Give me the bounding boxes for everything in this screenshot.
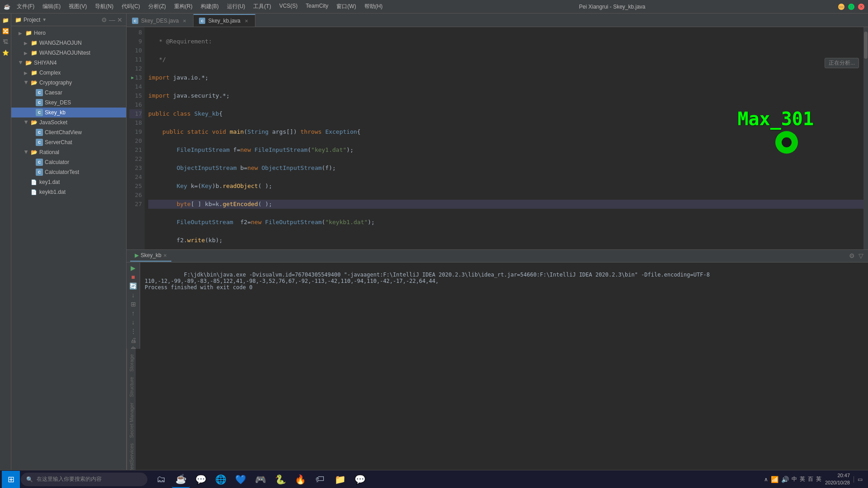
dat-file-icon: 📄 (30, 188, 38, 196)
vcs-icon[interactable]: 🔀 (0, 26, 10, 36)
tree-item-caesar[interactable]: ▶ C Caesar (11, 88, 126, 98)
menu-navigate[interactable]: 导航(N) (91, 2, 117, 11)
run-trash-icon[interactable]: 🗑 (128, 346, 138, 349)
tree-item-wangzhaojun[interactable]: ▶ 📁 WANGZHAOJUN (11, 38, 126, 48)
menu-run[interactable]: 运行(U) (223, 2, 249, 11)
project-icon[interactable]: 📁 (0, 15, 10, 25)
menu-help[interactable]: 帮助(H) (361, 2, 387, 11)
run-print-icon[interactable]: 🖨 (128, 337, 138, 344)
folder-icon: 📂 (30, 149, 38, 156)
java-file-icon: C (36, 169, 43, 176)
tree-item-calculator[interactable]: ▶ C Calculator (11, 157, 126, 167)
tab-close-skey-des[interactable]: ✕ (181, 18, 188, 24)
structure-icon[interactable]: 🏗 (0, 37, 10, 47)
menu-build[interactable]: 构建(B) (197, 2, 222, 11)
close-button[interactable]: ✕ (858, 4, 864, 10)
favorites-icon[interactable]: ⭐ (0, 48, 10, 58)
tree-item-clientchatview[interactable]: ▶ C ClientChatView (11, 127, 126, 137)
minimize-button[interactable]: — (838, 4, 844, 10)
close-panel-icon[interactable]: ✕ (117, 16, 123, 23)
tree-item-hero[interactable]: ▶ 📁 Hero (11, 28, 126, 38)
run-down-icon[interactable]: ↓ (128, 319, 138, 326)
menu-tools[interactable]: 工具(T) (250, 2, 274, 11)
tab-close-skey-kb[interactable]: ✕ (243, 18, 250, 24)
tree-item-calculatortest[interactable]: ▶ C CalculatorTest (11, 167, 126, 177)
taskbar-app-browser[interactable]: 🌐 (212, 471, 230, 488)
maximize-button[interactable]: □ (848, 4, 854, 10)
run-controls: ⚙ ▽ (848, 251, 864, 260)
tree-item-key1dat[interactable]: ▶ 📄 key1.dat (11, 177, 126, 187)
menu-view[interactable]: 视图(V) (65, 2, 90, 11)
taskbar-volume-icon[interactable]: 🔊 (781, 476, 789, 483)
taskbar-app-files[interactable]: 🗂 (152, 471, 170, 488)
taskbar-app-red2[interactable]: 🏷 (311, 471, 329, 488)
taskbar-desktop-icon[interactable]: ▭ (854, 476, 863, 483)
run-tab-skey-kb[interactable]: ▶ Skey_kb ✕ (130, 250, 171, 262)
tree-item-skey-des[interactable]: ▶ C Skey_DES (11, 98, 126, 108)
chevron-down-icon[interactable]: ▼ (42, 17, 47, 22)
code-content[interactable]: * @Requirement: */ import java.io.*; imp… (145, 27, 868, 249)
tree-item-javasocket[interactable]: ▶ 📂 JavaSocket (11, 117, 126, 127)
menu-edit[interactable]: 编辑(E) (39, 2, 64, 11)
tab-skey-des[interactable]: C Skey_DES.java ✕ (127, 14, 193, 27)
menu-bar[interactable]: 文件(F) 编辑(E) 视图(V) 导航(N) 代码(C) 分析(Z) 重构(R… (13, 2, 386, 11)
taskbar-app-folder2[interactable]: 📁 (331, 471, 349, 488)
code-editor[interactable]: 正在分析... Max_301 8 9 10 11 12 ▶ 13 (127, 27, 868, 249)
secret-manager-label[interactable]: Secret Manager (128, 401, 135, 440)
editor-scrollbar[interactable] (863, 27, 868, 249)
taskbar-arrow-icon[interactable]: ∧ (764, 476, 768, 483)
taskbar-extra-icon[interactable]: 英 (816, 475, 821, 483)
tree-item-keykb1dat[interactable]: ▶ 📄 keykb1.dat (11, 187, 126, 197)
taskbar-search[interactable]: 🔍 在这里输入你要搜索的内容 (21, 473, 147, 486)
tree-item-skey-kb[interactable]: ▶ C Skey_kb (11, 108, 126, 117)
run-stop-icon[interactable]: ■ (128, 273, 138, 281)
taskbar-app-red1[interactable]: 🔥 (291, 471, 309, 488)
taskbar-date: 2020/10/28 (825, 479, 850, 486)
run-up-icon[interactable]: ↑ (128, 310, 138, 317)
tree-item-wangzhaojuntest[interactable]: ▶ 📁 WANGZHAOJUNtest (11, 48, 126, 58)
start-button[interactable]: ⊞ (2, 471, 20, 488)
menu-analyze[interactable]: 分析(Z) (145, 2, 170, 11)
tree-item-cryptography[interactable]: ▶ 📂 Cryptography (11, 78, 126, 88)
taskbar-input-icon[interactable]: 中 (792, 475, 797, 483)
taskbar-app-chat1[interactable]: 💬 (192, 471, 210, 488)
run-scroll-icon[interactable]: ↓ (128, 291, 138, 299)
window-controls[interactable]: — □ ✕ (838, 4, 864, 10)
collapse-run-icon[interactable]: ▽ (858, 251, 864, 260)
taskbar-clock[interactable]: 20:47 2020/10/28 (825, 472, 850, 486)
run-output-line3: Process finished with exit code 0 (145, 284, 252, 291)
menu-refactor[interactable]: 重构(R) (170, 2, 196, 11)
taskbar-app-vscode[interactable]: 💙 (231, 471, 250, 488)
run-more-icon[interactable]: ⋮ (128, 328, 138, 335)
collapse-icon[interactable]: — (109, 16, 115, 23)
taskbar-ime-icon[interactable]: 百 (808, 475, 813, 483)
tree-item-complex[interactable]: ▶ 📁 Complex (11, 68, 126, 78)
menu-file[interactable]: 文件(F) (13, 2, 38, 11)
menu-code[interactable]: 代码(C) (118, 2, 144, 11)
taskbar-app-intellij[interactable]: ☕ (172, 471, 190, 488)
run-gutter-icon[interactable]: ▶ (131, 73, 134, 82)
tree-item-shiyan4[interactable]: ▶ 📂 SHIYAN4 (11, 58, 126, 68)
run-filter-icon[interactable]: ⊞ (128, 300, 138, 308)
run-play-icon[interactable]: ▶ (128, 264, 138, 272)
taskbar-app-pycharm[interactable]: 🐍 (271, 471, 289, 488)
tree-item-rational[interactable]: ▶ 📂 Rational (11, 147, 126, 157)
taskbar-app-game[interactable]: 🎮 (251, 471, 269, 488)
taskbar-app-chat2[interactable]: 💬 (351, 471, 369, 488)
scrollbar-thumb[interactable] (864, 32, 868, 59)
settings-icon[interactable]: ⚙ (101, 16, 107, 23)
storage-label[interactable]: Storage (128, 352, 135, 374)
taskbar-network-icon[interactable]: 📶 (771, 476, 778, 483)
structure-label[interactable]: Structure (128, 375, 135, 399)
tree-item-serverchat[interactable]: ▶ C ServerChat (11, 137, 126, 147)
menu-teamcity[interactable]: TeamCity (302, 2, 332, 11)
taskbar-keyboard-icon[interactable]: 英 (800, 475, 805, 483)
title-bar: ☕ 文件(F) 编辑(E) 视图(V) 导航(N) 代码(C) 分析(Z) 重构… (0, 0, 868, 14)
menu-vcs[interactable]: VCS(S) (276, 2, 302, 11)
settings-icon[interactable]: ⚙ (848, 251, 856, 260)
tab-skey-kb[interactable]: C Skey_kb.java ✕ (193, 14, 255, 27)
menu-window[interactable]: 窗口(W) (333, 2, 359, 11)
run-rerun-icon[interactable]: 🔄 (128, 282, 138, 290)
run-tab-close[interactable]: ✕ (163, 253, 167, 258)
tree-label-rational: Rational (39, 149, 59, 155)
